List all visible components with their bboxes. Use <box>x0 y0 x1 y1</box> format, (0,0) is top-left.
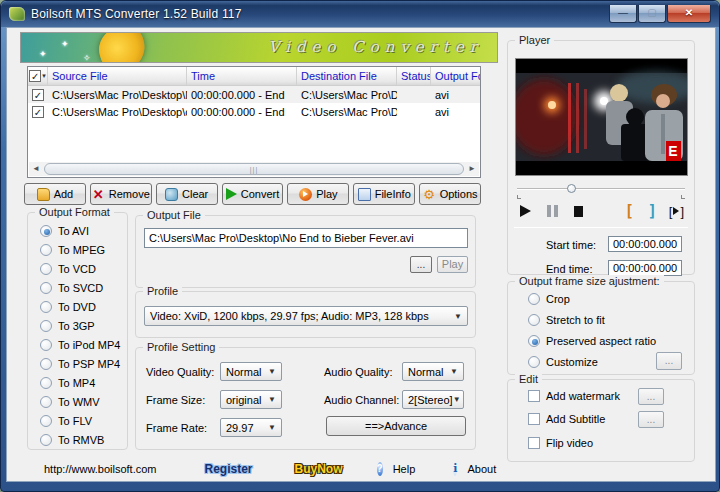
radio-label[interactable]: To DVD <box>58 301 96 313</box>
table-row[interactable]: ✓ C:\Users\Mac Pro\Desktop\c 00:00:00.00… <box>28 103 480 120</box>
table-row[interactable]: ✓ C:\Users\Mac Pro\Desktop\N 00:00:00.00… <box>28 86 480 103</box>
website-link[interactable]: http://www.boilsoft.com <box>44 463 157 475</box>
radio-label[interactable]: To MP4 <box>58 377 95 389</box>
scrollbar-thumb[interactable]: ||| <box>44 163 464 175</box>
frame-rate-select[interactable]: 29.97▼ <box>220 418 282 437</box>
checkbox-label[interactable]: Flip video <box>546 437 593 449</box>
about-link[interactable]: About <box>467 463 496 475</box>
profile-value: Video: XviD, 1200 kbps, 29.97 fps; Audio… <box>150 310 429 322</box>
add-button[interactable]: Add <box>24 183 86 205</box>
column-status[interactable]: Status <box>397 67 431 85</box>
maximize-button: ▢ <box>638 5 666 23</box>
profile-select[interactable]: Video: XviD, 1200 kbps, 29.97 fps; Audio… <box>144 306 468 326</box>
info-icon[interactable]: i <box>453 462 457 476</box>
radio-to-mpeg[interactable] <box>40 244 52 256</box>
scroll-left-icon[interactable]: ◄ <box>29 162 43 176</box>
title-bar[interactable]: Boilsoft MTS Converter 1.52 Build 117 — … <box>1 1 719 27</box>
checkbox-add-watermark[interactable] <box>528 390 540 402</box>
options-button[interactable]: ⚙Options <box>419 183 481 205</box>
advance-button[interactable]: ==>Advance <box>326 416 466 436</box>
radio-label[interactable]: To PSP MP4 <box>58 358 120 370</box>
radio-crop[interactable] <box>528 293 540 305</box>
radio-to-avi[interactable] <box>40 225 52 237</box>
subtitle-browse-button[interactable]: ... <box>638 411 664 428</box>
radio-label[interactable]: To WMV <box>58 396 100 408</box>
radio-label[interactable]: To FLV <box>58 415 92 427</box>
column-source-file[interactable]: Source File <box>48 67 187 85</box>
profile-group: Profile Video: XviD, 1200 kbps, 29.97 fp… <box>135 291 476 338</box>
radio-to-ipod-mp4[interactable] <box>40 339 52 351</box>
checkbox-flip-video[interactable] <box>528 437 540 449</box>
checkbox-label[interactable]: Add Subtitle <box>546 413 605 425</box>
mark-in-icon[interactable]: [ <box>625 202 634 220</box>
browse-button[interactable]: ... <box>410 256 432 273</box>
output-play-button[interactable]: Play <box>437 256 468 273</box>
radio-to-psp-mp4[interactable] <box>40 358 52 370</box>
radio-stretch[interactable] <box>528 314 540 326</box>
fileinfo-button[interactable]: FileInfo <box>353 183 415 205</box>
help-icon[interactable]: ? <box>377 462 383 476</box>
radio-label[interactable]: To VCD <box>58 263 96 275</box>
radio-label[interactable]: To iPod MP4 <box>58 339 120 351</box>
play-button[interactable]: Play <box>287 183 349 205</box>
seek-slider[interactable] <box>517 184 685 194</box>
column-output-format[interactable]: Output Format <box>431 67 480 85</box>
scroll-right-icon[interactable]: ► <box>465 162 479 176</box>
radio-label[interactable]: To RMVB <box>58 434 104 446</box>
convert-button[interactable]: Convert <box>222 183 284 205</box>
radio-preserved-aspect[interactable] <box>528 335 540 347</box>
clear-button[interactable]: Clear <box>156 183 218 205</box>
radio-to-vcd[interactable] <box>40 263 52 275</box>
video-quality-select[interactable]: Normal▼ <box>220 362 282 381</box>
select-all-checkbox[interactable]: ✓▾ <box>28 67 48 85</box>
radio-label[interactable]: To SVCD <box>58 282 103 294</box>
mark-out-icon[interactable]: ] <box>648 202 657 220</box>
row-checkbox[interactable]: ✓ <box>32 106 44 118</box>
minimize-button[interactable]: — <box>609 5 637 23</box>
column-destination[interactable]: Destination File <box>297 67 397 85</box>
start-time-input[interactable]: 00:00:00.000 <box>608 236 682 252</box>
radio-label[interactable]: Stretch to fit <box>546 314 605 326</box>
output-file-input[interactable]: C:\Users\Mac Pro\Desktop\No End to Biebe… <box>144 228 468 248</box>
close-button[interactable]: ✕ <box>667 5 711 23</box>
row-checkbox[interactable]: ✓ <box>32 89 44 101</box>
radio-label[interactable]: To 3GP <box>58 320 95 332</box>
slider-thumb[interactable] <box>567 184 576 193</box>
radio-label[interactable]: Preserved aspect ratio <box>546 335 656 347</box>
radio-customize[interactable] <box>528 356 540 368</box>
radio-label[interactable]: Customize <box>546 356 598 368</box>
play-segment-icon[interactable]: [] <box>669 204 684 219</box>
checkbox-label[interactable]: Add watermark <box>546 390 620 402</box>
horizontal-scrollbar[interactable]: ◄ ||| ► <box>29 162 479 176</box>
frame-size-select[interactable]: original▼ <box>220 390 282 409</box>
video-preview[interactable]: E <box>515 58 688 176</box>
radio-to-mp4[interactable] <box>40 377 52 389</box>
end-time-input[interactable]: 00:00:00.000 <box>608 260 682 276</box>
watermark-browse-button[interactable]: ... <box>638 388 664 405</box>
radio-to-svcd[interactable] <box>40 282 52 294</box>
buynow-link[interactable]: BuyNow <box>295 462 343 476</box>
column-time[interactable]: Time <box>187 67 297 85</box>
customize-browse-button[interactable]: ... <box>656 352 682 370</box>
pause-icon[interactable] <box>547 205 558 217</box>
audio-quality-select[interactable]: Normal▼ <box>402 362 464 381</box>
radio-to-3gp[interactable] <box>40 320 52 332</box>
radio-label[interactable]: To MPEG <box>58 244 105 256</box>
radio-label[interactable]: Crop <box>546 293 570 305</box>
checkbox-add-subtitle[interactable] <box>528 413 540 425</box>
radio-to-rmvb[interactable] <box>40 434 52 446</box>
stop-icon[interactable] <box>574 206 583 217</box>
remove-button[interactable]: ✕Remove <box>90 183 152 205</box>
radio-label[interactable]: To AVI <box>58 225 89 237</box>
radio-to-dvd[interactable] <box>40 301 52 313</box>
document-icon <box>358 188 371 201</box>
register-link[interactable]: Register <box>205 462 253 476</box>
play-icon[interactable] <box>520 205 531 217</box>
audio-channel-select[interactable]: 2[Stereo]▼ <box>402 390 464 409</box>
file-list[interactable]: ✓▾ Source File Time Destination File Sta… <box>27 66 481 178</box>
fileinfo-label: FileInfo <box>375 188 411 200</box>
radio-to-wmv[interactable] <box>40 396 52 408</box>
file-list-header[interactable]: ✓▾ Source File Time Destination File Sta… <box>28 67 480 86</box>
help-link[interactable]: Help <box>393 463 416 475</box>
radio-to-flv[interactable] <box>40 415 52 427</box>
